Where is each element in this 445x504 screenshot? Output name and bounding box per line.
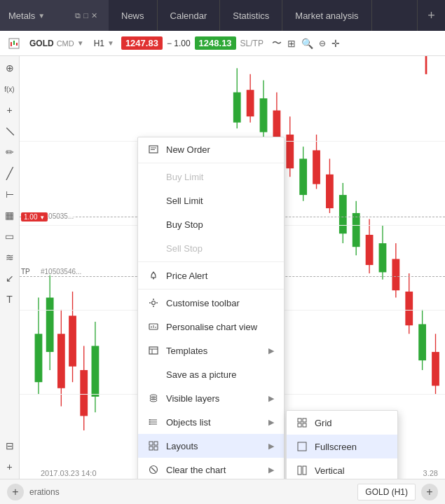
menu-label-customise-toolbar: Customise toolbar — [166, 298, 240, 308]
submenu-layouts: Grid Fullscreen Vertical H — [286, 410, 398, 479]
menu-item-personalise-chart[interactable]: Personalise chart view — [138, 315, 284, 339]
tab-news[interactable]: News — [109, 0, 158, 31]
zoom-out-icon[interactable]: 🔍 — [300, 36, 315, 50]
add-panel-button[interactable]: + — [421, 484, 438, 500]
svg-rect-7 — [46, 298, 54, 353]
svg-rect-39 — [379, 243, 387, 272]
svg-rect-21 — [260, 98, 268, 132]
dropdown-icon[interactable]: ▼ — [38, 12, 45, 20]
submenu-item-vertical[interactable]: Vertical — [287, 458, 397, 479]
price-label: 1.00 ▼ — [21, 212, 48, 222]
submenu-item-grid[interactable]: Grid — [287, 411, 397, 435]
menu-item-save-picture[interactable]: Save as a picture — [138, 362, 284, 386]
menu-item-sell-limit[interactable]: Sell Limit — [138, 189, 284, 212]
left-toolbar: ⊕ f(x) + | ✏ ╱ ⊢ ▦ ▭ ≋ ↙ T ⊟ + — [0, 56, 20, 479]
tool-diagonal[interactable]: ╱ — [1, 165, 18, 181]
svg-rect-87 — [303, 466, 306, 475]
tool-measure[interactable]: ⊢ — [1, 186, 18, 202]
visible-layers-arrow: ▶ — [268, 394, 274, 403]
menu-item-new-order[interactable]: New Order — [138, 137, 284, 161]
zoom-in-icon[interactable]: ⊖ — [317, 37, 327, 50]
menu-item-clear-chart[interactable]: Clear the chart ▶ — [138, 458, 284, 479]
mode-label: CMD — [57, 39, 74, 48]
menu-item-visible-layers[interactable]: Visible layers ▶ — [138, 386, 284, 410]
dropdown-small: ▼ — [39, 214, 45, 221]
menu-label-personalise-chart: Personalise chart view — [166, 322, 257, 332]
tool-pen[interactable]: ✏ — [1, 144, 18, 160]
add-chart-bottom-button[interactable]: + — [7, 484, 24, 500]
tool-text[interactable]: T — [1, 292, 18, 307]
tool-add[interactable]: + — [1, 102, 18, 118]
add-tab-button[interactable]: + — [417, 0, 445, 31]
tab-calendar[interactable]: Calendar — [158, 0, 221, 31]
chart-toolbar: GOLD CMD ▼ H1 ▼ 1247.83 − 1.00 1248.13 S… — [0, 31, 445, 56]
tool-arrow[interactable]: ↙ — [1, 271, 18, 286]
chart-canvas: 1.00 ▼ TP #105035... #10503546... — [20, 56, 445, 479]
svg-rect-29 — [313, 150, 320, 184]
svg-rect-25 — [286, 135, 294, 168]
price-box: 1247.83 − 1.00 1248.13 SL/TP — [121, 36, 263, 50]
chart-tab-label[interactable]: GOLD (H1) — [357, 484, 416, 500]
line-chart-icon[interactable]: 〜 — [271, 36, 283, 51]
add-chart-icon[interactable]: ✛ — [330, 36, 341, 50]
menu-label-new-order: New Order — [166, 144, 210, 155]
timeframe-selector[interactable]: H1 ▼ — [91, 37, 117, 50]
maximize-icon[interactable]: □ — [83, 11, 88, 20]
svg-rect-85 — [298, 442, 306, 451]
svg-rect-84 — [303, 423, 306, 427]
chart-mini-icon[interactable] — [6, 36, 22, 50]
menu-item-layouts[interactable]: Layouts ▶ — [138, 434, 284, 458]
svg-rect-35 — [352, 213, 360, 247]
tool-plus-bottom[interactable]: + — [1, 459, 18, 475]
symbol-selector[interactable]: GOLD CMD ▼ — [27, 37, 87, 50]
tool-fx[interactable]: f(x) — [1, 81, 18, 97]
svg-rect-81 — [298, 418, 301, 422]
menu-divider-2 — [138, 261, 284, 262]
tab-statistics[interactable]: Statistics — [220, 0, 282, 31]
menu-label-objects-list: Objects list — [166, 417, 211, 428]
nav-tabs: News Calendar Statistics Market analysis — [109, 0, 417, 31]
menu-divider-1 — [138, 163, 284, 163]
menu-item-buy-stop[interactable]: Buy Stop — [138, 212, 284, 236]
close-icon[interactable]: ✕ — [91, 11, 97, 20]
menu-label-buy-limit: Buy Limit — [166, 172, 203, 182]
tool-line[interactable]: | — [0, 120, 21, 143]
tab-market-analysis[interactable]: Market analysis — [282, 0, 371, 31]
tool-fib[interactable]: ≋ — [1, 250, 18, 265]
svg-rect-63 — [149, 347, 158, 354]
tool-crosshair[interactable]: ⊕ — [1, 60, 18, 76]
timeframe-label: H1 — [94, 39, 104, 48]
menu-item-price-alert[interactable]: Price Alert — [138, 264, 284, 287]
symbol-chevron: ▼ — [77, 39, 84, 47]
restore-icon[interactable]: ⧉ — [75, 11, 81, 20]
templates-arrow: ▶ — [268, 346, 274, 355]
menu-item-objects-list[interactable]: Objects list ▶ — [138, 410, 284, 434]
tool-bars[interactable]: ▦ — [1, 207, 18, 223]
visible-layers-icon — [148, 393, 159, 404]
svg-rect-17 — [233, 93, 241, 123]
candle-icon[interactable]: ⊞ — [286, 36, 297, 50]
window-title[interactable]: Metals ▼ ⧉ □ ✕ — [0, 0, 109, 31]
objects-list-icon — [148, 416, 159, 428]
tp-label: TP — [21, 268, 30, 275]
svg-rect-31 — [326, 175, 334, 208]
svg-rect-83 — [298, 423, 301, 427]
submenu-item-fullscreen[interactable]: Fullscreen — [287, 435, 397, 458]
sell-limit-icon — [148, 195, 159, 206]
menu-item-templates[interactable]: Templates ▶ — [138, 339, 284, 362]
context-menu: New Order Buy Limit Sell Limit Buy Stop — [137, 137, 285, 479]
buy-stop-icon — [148, 219, 159, 230]
tool-rect[interactable]: ▭ — [1, 229, 18, 244]
fullscreen-icon — [296, 441, 308, 452]
tool-sliders[interactable]: ⊟ — [1, 438, 18, 454]
hash-label-2: #10503546... — [41, 268, 81, 275]
objects-list-arrow: ▶ — [268, 418, 274, 427]
svg-rect-15 — [92, 346, 100, 396]
menu-item-customise-toolbar[interactable]: Customise toolbar — [138, 291, 284, 315]
svg-rect-9 — [57, 334, 65, 388]
svg-rect-41 — [392, 259, 399, 290]
menu-label-sell-stop: Sell Stop — [166, 243, 203, 254]
svg-rect-37 — [366, 235, 374, 265]
chart-timestamp-right: 3.28 — [423, 469, 438, 477]
personalise-chart-icon — [148, 321, 159, 332]
